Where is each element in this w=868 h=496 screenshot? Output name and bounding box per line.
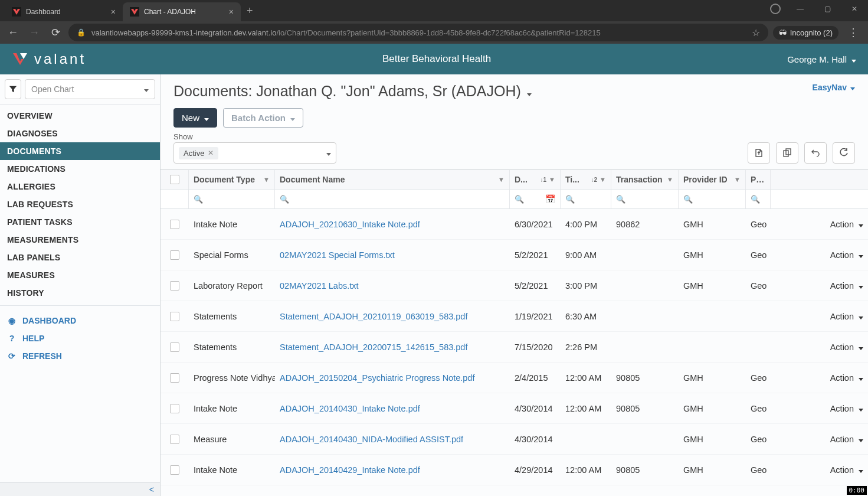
row-checkbox[interactable] (161, 396, 189, 422)
column-document-type[interactable]: Document Type▼ (189, 170, 275, 189)
cell-document-name[interactable]: ADAJOH_20140429_Intake Note.pdf (275, 457, 510, 483)
filter-date[interactable]: 🔍📅 (510, 190, 561, 208)
row-action-button[interactable]: Action (830, 373, 863, 383)
filter-icon[interactable]: ▼ (734, 176, 741, 183)
column-time[interactable]: Ti...↓2▼ (561, 170, 611, 189)
browser-tab-1[interactable]: Chart - ADAJOH × (123, 2, 241, 21)
filter-chip-active[interactable]: Active ✕ (179, 147, 218, 159)
sidebar-item-patient-tasks[interactable]: PATIENT TASKS (0, 213, 160, 231)
table-row: MeasureADAJOH_20140430_NIDA-Modified ASS… (161, 424, 868, 455)
select-all-checkbox[interactable] (161, 170, 189, 189)
row-action-button[interactable]: Action (830, 312, 863, 321)
cell-document-name[interactable]: ADAJOH_20150204_Psychiatric Progress Not… (275, 365, 510, 391)
close-window-button[interactable]: ✕ (841, 0, 868, 18)
brand-logo[interactable]: valant (12, 51, 86, 67)
sidebar-item-overview[interactable]: OVERVIEW (0, 107, 160, 125)
sidebar-link-refresh[interactable]: ⟳REFRESH (0, 347, 160, 365)
browser-tab-0[interactable]: Dashboard × (5, 2, 123, 21)
row-checkbox[interactable] (161, 242, 189, 268)
reload-button[interactable]: ⟳ (47, 24, 64, 41)
row-checkbox[interactable] (161, 334, 189, 360)
open-window-button[interactable] (776, 142, 798, 164)
row-checkbox[interactable] (161, 273, 189, 299)
row-checkbox[interactable] (161, 304, 189, 329)
filter-document-name[interactable]: 🔍 (275, 190, 510, 208)
row-action-button[interactable]: Action (830, 281, 863, 291)
column-date[interactable]: D...↓1▼ (510, 170, 561, 189)
incognito-badge[interactable]: 🕶 Incognito (2) (773, 26, 838, 40)
sidebar-item-documents[interactable]: DOCUMENTS (0, 142, 160, 160)
remove-chip-icon[interactable]: ✕ (208, 149, 214, 157)
filter-icon[interactable]: ▼ (600, 176, 606, 183)
cell-document-name[interactable]: 02MAY2021 Labs.txt (275, 273, 510, 299)
account-icon[interactable] (770, 4, 781, 14)
row-action-button[interactable]: Action (830, 250, 863, 260)
refresh-button[interactable] (833, 142, 855, 164)
column-provider-id[interactable]: Provider ID▼ (679, 170, 746, 189)
new-tab-button[interactable]: + (247, 5, 253, 17)
filter-provider-id[interactable]: 🔍 (679, 190, 746, 208)
minimize-button[interactable]: — (787, 0, 814, 18)
filter-icon[interactable]: ▼ (667, 176, 673, 183)
back-button[interactable]: ← (5, 24, 21, 41)
sidebar-item-medications[interactable]: MEDICATIONS (0, 160, 160, 178)
sidebar-item-lab-requests[interactable]: LAB REQUESTS (0, 195, 160, 213)
filter-icon[interactable]: ▼ (263, 176, 270, 183)
show-filter-select[interactable]: Active ✕ (173, 142, 336, 164)
cell-document-name[interactable]: ADAJOH_20140430_Intake Note.pdf (275, 396, 510, 422)
cell-document-name[interactable]: 02MAY2021 Special Forms.txt (275, 242, 510, 268)
cell-document-type: Statements (189, 334, 275, 360)
filter-icon[interactable]: ▼ (549, 176, 555, 183)
column-provider[interactable]: Prov (746, 170, 771, 189)
bookmark-icon[interactable]: ☆ (752, 27, 760, 38)
new-button[interactable]: New (173, 108, 217, 128)
maximize-button[interactable]: ▢ (814, 0, 841, 18)
forward-button[interactable]: → (26, 24, 42, 41)
filter-icon[interactable]: ▼ (498, 176, 505, 183)
sidebar-item-lab-panels[interactable]: LAB PANELS (0, 249, 160, 266)
sidebar-link-dashboard[interactable]: ◉DASHBOARD (0, 312, 160, 329)
undo-button[interactable] (804, 142, 827, 164)
filter-button[interactable] (5, 79, 21, 99)
page-title[interactable]: Documents: Jonathan Q. "Jon" Adams, Sr (… (173, 83, 532, 100)
filter-transaction[interactable]: 🔍 (611, 190, 679, 208)
cell-document-name[interactable]: Statement_ADAJOH_20210119_063019_583.pdf (275, 304, 510, 329)
row-action-button[interactable]: Action (830, 342, 863, 352)
column-document-name[interactable]: Document Name▼ (275, 170, 510, 189)
sidebar-item-allergies[interactable]: ALLERGIES (0, 178, 160, 195)
easynav-button[interactable]: EasyNav (813, 83, 855, 92)
row-checkbox[interactable] (161, 426, 189, 452)
row-checkbox[interactable] (161, 211, 189, 237)
sidebar-link-help[interactable]: ?HELP (0, 329, 160, 347)
filter-provider[interactable]: 🔍 (746, 190, 771, 208)
filter-document-type[interactable]: 🔍 (189, 190, 275, 208)
sidebar-item-measurements[interactable]: MEASUREMENTS (0, 231, 160, 249)
sidebar-item-history[interactable]: HISTORY (0, 284, 160, 302)
row-action-button[interactable]: Action (830, 435, 863, 444)
row-action-button[interactable]: Action (830, 465, 863, 475)
cell-document-name[interactable]: ADAJOH_20210630_Intake Note.pdf (275, 211, 510, 237)
row-checkbox[interactable] (161, 365, 189, 391)
cell-document-name[interactable]: ADAJOH_20140430_NIDA-Modified ASSIST.pdf (275, 426, 510, 452)
sidebar-item-diagnoses[interactable]: DIAGNOSES (0, 125, 160, 142)
show-label: Show (173, 132, 855, 141)
cell-document-name[interactable]: Statement_ADAJOH_20200715_142615_583.pdf (275, 334, 510, 360)
filter-time[interactable]: 🔍 (561, 190, 611, 208)
open-chart-select[interactable]: Open Chart (25, 79, 155, 99)
row-checkbox[interactable] (161, 457, 189, 483)
calendar-icon[interactable]: 📅 (545, 194, 555, 204)
export-button[interactable] (748, 142, 770, 164)
sidebar-item-measures[interactable]: MEASURES (0, 266, 160, 284)
batch-action-button[interactable]: Batch Action (223, 108, 303, 128)
caret-down-icon (857, 465, 863, 475)
column-transaction[interactable]: Transaction▼ (611, 170, 679, 189)
cell-provider-id: GMH (679, 242, 746, 268)
row-action-button[interactable]: Action (830, 404, 863, 413)
menu-icon[interactable]: ⋮ (843, 26, 863, 39)
address-bar[interactable]: 🔒 valantiowebapps-99999-kms1-integration… (68, 24, 768, 41)
collapse-sidebar-button[interactable]: < (0, 482, 160, 496)
close-icon[interactable]: × (229, 7, 234, 17)
row-action-button[interactable]: Action (830, 220, 863, 229)
close-icon[interactable]: × (111, 7, 116, 17)
user-menu[interactable]: George M. Hall (787, 54, 856, 64)
